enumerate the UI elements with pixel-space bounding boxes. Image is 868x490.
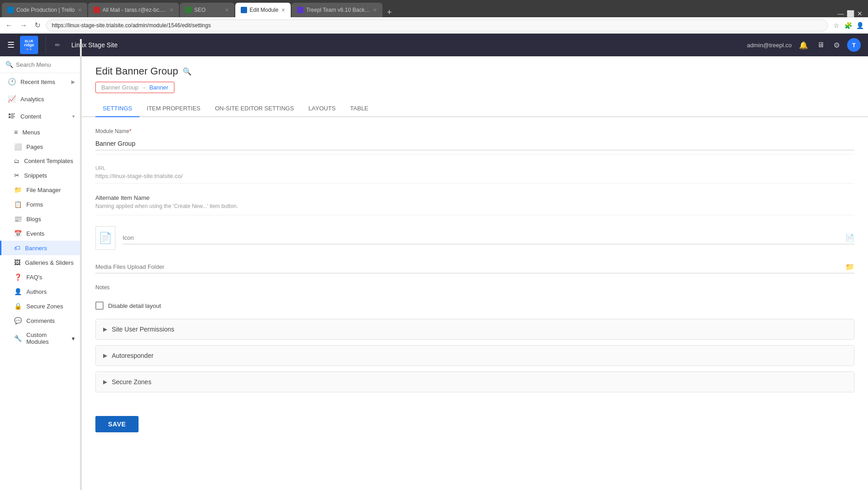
sidebar-item-secure-zones[interactable]: 🔒 Secure Zones bbox=[0, 299, 81, 313]
new-tab-button[interactable]: + bbox=[383, 8, 396, 17]
maximize-icon[interactable]: ⬜ bbox=[847, 10, 854, 17]
sidebar-item-label: Events bbox=[26, 230, 45, 237]
disable-detail-row: Disable detail layout bbox=[95, 302, 854, 310]
pages-icon: ⬜ bbox=[14, 143, 22, 150]
sidebar-item-faqs[interactable]: ❓ FAQ's bbox=[0, 270, 81, 284]
secure-zones-header[interactable]: ▶ Secure Zones bbox=[96, 372, 854, 392]
url-label: URL bbox=[95, 165, 854, 171]
chevron-down-icon: ▾ bbox=[72, 335, 75, 342]
tab-label: Edit Module bbox=[250, 7, 278, 13]
tab-label: All Mail - taras.r@ez-bc.com - E... bbox=[103, 7, 167, 13]
tab-label: Code Production | Trello bbox=[16, 7, 75, 13]
forward-button[interactable]: → bbox=[18, 20, 29, 30]
user-email: admin@treepl.co bbox=[747, 42, 792, 49]
svg-rect-4 bbox=[11, 116, 15, 117]
url-bar[interactable] bbox=[46, 20, 828, 31]
sidebar-item-pages[interactable]: ⬜ Pages bbox=[0, 139, 81, 154]
back-button[interactable]: ← bbox=[4, 20, 15, 30]
tab-code-production[interactable]: Code Production | Trello ✕ bbox=[2, 3, 87, 17]
settings-button[interactable]: ⚙ bbox=[832, 39, 842, 51]
tab-seo[interactable]: SEO ✕ bbox=[180, 3, 234, 17]
tab-treepl-backlog[interactable]: Treepl Team v6.10 Backlog - Bos... ✕ bbox=[292, 3, 382, 17]
svg-rect-1 bbox=[11, 114, 15, 114]
logo-text-blue: BLUE bbox=[25, 40, 33, 43]
minimize-icon[interactable]: — bbox=[838, 10, 844, 17]
tab-table[interactable]: TABLE bbox=[343, 100, 376, 117]
close-icon[interactable]: ✕ bbox=[169, 7, 174, 13]
tab-layouts[interactable]: LAYOUTS bbox=[301, 100, 343, 117]
galleries-icon: 🖼 bbox=[14, 259, 20, 266]
comments-icon: 💬 bbox=[14, 317, 22, 324]
sidebar-item-blogs[interactable]: 📰 Blogs bbox=[0, 212, 81, 226]
file-upload-icon[interactable]: 📄 bbox=[845, 233, 854, 242]
sidebar-item-forms[interactable]: 📋 Forms bbox=[0, 197, 81, 212]
sidebar-item-galleries[interactable]: 🖼 Galleries & Sliders bbox=[0, 255, 81, 270]
media-folder-field: 📁 bbox=[95, 261, 854, 273]
close-window-icon[interactable]: ✕ bbox=[857, 10, 863, 17]
screens-button[interactable]: 🖥 bbox=[815, 39, 826, 51]
help-icon[interactable]: 🔍 bbox=[183, 67, 192, 76]
sidebar-item-label: Forms bbox=[26, 201, 43, 208]
sidebar-item-banners[interactable]: 🏷 Banners bbox=[0, 241, 81, 255]
profile-icon[interactable]: 👤 bbox=[855, 21, 864, 30]
sidebar-item-authors[interactable]: 👤 Authors bbox=[0, 284, 81, 299]
tab-item-properties[interactable]: ITEM PROPERTIES bbox=[139, 100, 208, 117]
refresh-button[interactable]: ↻ bbox=[33, 20, 42, 30]
hamburger-button[interactable]: ☰ bbox=[7, 40, 15, 50]
sidebar-item-custom-modules[interactable]: 🔧 Custom Modules ▾ bbox=[0, 328, 81, 349]
breadcrumb-link[interactable]: Banner bbox=[149, 84, 169, 91]
tab-settings[interactable]: SETTINGS bbox=[95, 100, 139, 117]
snippets-icon: ✂ bbox=[14, 172, 20, 179]
close-icon[interactable]: ✕ bbox=[281, 7, 285, 13]
svg-rect-0 bbox=[9, 114, 10, 115]
extensions-icon[interactable]: 🧩 bbox=[843, 21, 853, 30]
breadcrumb: Banner Group → Banner bbox=[95, 82, 174, 93]
secure-zones-title: Secure Zones bbox=[112, 378, 151, 386]
tab-all-mail[interactable]: All Mail - taras.r@ez-bc.com - E... ✕ bbox=[88, 3, 179, 17]
svg-rect-2 bbox=[11, 115, 14, 116]
media-folder-input[interactable] bbox=[95, 261, 845, 273]
svg-rect-5 bbox=[11, 118, 14, 119]
sidebar-item-label: Secure Zones bbox=[26, 303, 63, 310]
tab-on-site-editor-settings[interactable]: ON-SITE EDITOR SETTINGS bbox=[208, 100, 301, 117]
close-icon[interactable]: ✕ bbox=[225, 7, 229, 13]
main-content: Edit Banner Group 🔍 Banner Group → Banne… bbox=[82, 56, 868, 490]
sidebar-item-label: FAQ's bbox=[26, 274, 42, 281]
disable-detail-label: Disable detail layout bbox=[108, 302, 161, 309]
sidebar-item-recent-items[interactable]: 🕐 Recent Items ▶ bbox=[0, 73, 81, 90]
sidebar-item-menus[interactable]: ≡ Menus bbox=[0, 125, 81, 139]
close-icon[interactable]: ✕ bbox=[78, 7, 82, 13]
sidebar-item-analytics[interactable]: 📈 Analytics bbox=[0, 90, 81, 108]
save-button[interactable]: SAVE bbox=[95, 416, 139, 432]
sidebar-item-events[interactable]: 📅 Events bbox=[0, 226, 81, 241]
module-name-input[interactable] bbox=[95, 137, 854, 150]
alternate-item-name-field: Alternate Item Name Naming applied when … bbox=[95, 194, 854, 215]
sidebar-item-file-manager[interactable]: 📁 File Manager bbox=[0, 183, 81, 197]
sidebar-item-label: Comments bbox=[26, 317, 55, 324]
search-input[interactable] bbox=[16, 61, 76, 68]
sidebar-item-content[interactable]: Content ▾ bbox=[0, 108, 81, 125]
sidebar-item-label: Blogs bbox=[26, 216, 41, 223]
autoresponder-header[interactable]: ▶ Autoresponder bbox=[96, 346, 854, 366]
analytics-icon: 📈 bbox=[8, 95, 16, 103]
sidebar-item-label: Galleries & Sliders bbox=[25, 259, 74, 266]
logo-box: BLUE ridge ◆ ◆ bbox=[20, 36, 38, 54]
search-icon: 🔍 bbox=[5, 61, 13, 68]
site-user-permissions-header[interactable]: ▶ Site User Permissions bbox=[96, 319, 854, 339]
sidebar-item-label: Custom Modules bbox=[26, 332, 67, 345]
sidebar-item-snippets[interactable]: ✂ Snippets bbox=[0, 168, 81, 183]
save-btn-row: SAVE bbox=[82, 409, 868, 440]
tabs-nav: SETTINGS ITEM PROPERTIES ON-SITE EDITOR … bbox=[82, 100, 868, 117]
search-box: 🔍 bbox=[0, 56, 81, 73]
tab-favicon bbox=[94, 7, 100, 13]
close-icon[interactable]: ✕ bbox=[373, 7, 377, 13]
notifications-button[interactable]: 🔔 bbox=[797, 39, 810, 51]
icon-input[interactable] bbox=[123, 232, 845, 244]
sidebar-item-comments[interactable]: 💬 Comments bbox=[0, 313, 81, 328]
sidebar-item-content-templates[interactable]: 🗂 Content Templates bbox=[0, 154, 81, 168]
disable-detail-checkbox[interactable] bbox=[95, 302, 104, 310]
bookmark-icon[interactable]: ☆ bbox=[832, 21, 841, 30]
tab-edit-module[interactable]: Edit Module ✕ bbox=[235, 3, 291, 17]
avatar[interactable]: T bbox=[847, 38, 861, 52]
folder-icon[interactable]: 📁 bbox=[845, 262, 854, 271]
